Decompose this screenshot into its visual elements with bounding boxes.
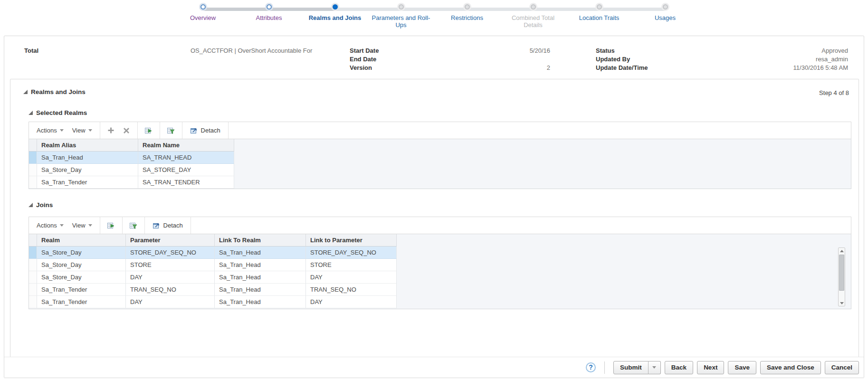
train-stop-icon: [267, 4, 272, 10]
cell-realm: Sa_Store_Day: [37, 271, 126, 284]
actions-menu-button[interactable]: Actions: [32, 217, 68, 234]
column-header-link-to-realm[interactable]: Link To Realm: [215, 234, 306, 247]
chevron-down-icon: [88, 129, 92, 132]
cancel-button[interactable]: Cancel: [825, 361, 859, 374]
toolbar-export-group: [100, 217, 123, 234]
cell-realm-alias: Sa_Tran_Tender: [37, 176, 138, 189]
train-step-restrictions[interactable]: Restrictions: [434, 3, 500, 28]
add-button[interactable]: [104, 122, 119, 139]
end-date-label: End Date: [350, 56, 376, 64]
export-to-excel-button[interactable]: [141, 122, 156, 139]
toolbar-menus: Actions View: [29, 122, 100, 139]
wizard-train: Overview Attributes Realms and Joins Par…: [170, 3, 698, 34]
scroll-down-arrow-icon[interactable]: [839, 300, 845, 306]
back-button[interactable]: Back: [665, 361, 693, 374]
section-header-selected-realms[interactable]: Selected Realms: [29, 109, 87, 116]
column-header-realm-alias[interactable]: Realm Alias: [37, 139, 138, 152]
section-header-realms-and-joins[interactable]: Realms and Joins: [23, 88, 86, 95]
scroll-up-arrow-icon[interactable]: [839, 248, 845, 254]
selected-realms-title: Selected Realms: [36, 109, 87, 116]
train-step-label: Parameters and Roll-Ups: [371, 14, 431, 28]
cell-realm: Sa_Store_Day: [37, 259, 126, 271]
joins-toolbar: Actions View: [29, 217, 851, 234]
toolbar-export-group: [138, 122, 160, 139]
toolbar-edit-group: [100, 122, 138, 139]
view-menu-button[interactable]: View: [68, 122, 96, 139]
column-header-link-to-parameter[interactable]: Link to Parameter: [306, 234, 397, 247]
actions-menu-label: Actions: [37, 127, 57, 134]
cell-link-to-parameter: DAY: [306, 271, 397, 284]
train-stop-icon: [200, 4, 206, 10]
train-step-location-traits[interactable]: Location Traits: [566, 3, 632, 28]
toolbar-spacer: [229, 122, 851, 139]
export-to-excel-icon: [144, 127, 153, 134]
actions-menu-button[interactable]: Actions: [32, 122, 68, 139]
train-step-combined-total-details: Combined Total Details: [500, 3, 566, 28]
view-menu-label: View: [72, 127, 86, 134]
query-by-example-icon: [129, 222, 137, 229]
submit-dropdown-button[interactable]: [648, 361, 661, 374]
section-header-joins[interactable]: Joins: [29, 201, 53, 209]
row-header-gutter: [29, 247, 37, 259]
plus-icon: [107, 127, 114, 134]
save-button[interactable]: Save: [728, 361, 756, 374]
row-header-gutter: [29, 176, 37, 189]
column-header-realm-name[interactable]: Realm Name: [138, 139, 234, 152]
detach-icon: [190, 127, 198, 134]
column-header-realm[interactable]: Realm: [37, 234, 126, 247]
chevron-down-icon: [652, 366, 656, 369]
cell-link-to-realm: Sa_Tran_Head: [215, 247, 306, 259]
table-row[interactable]: Sa_Tran_Tender TRAN_SEQ_NO Sa_Tran_Head …: [29, 284, 397, 296]
table-header-row: Realm Parameter Link To Realm Link to Pa…: [29, 234, 397, 247]
table-row[interactable]: Sa_Tran_Tender SA_TRAN_TENDER: [29, 176, 234, 189]
cell-realm: Sa_Tran_Tender: [37, 284, 126, 296]
version-label: Version: [350, 64, 372, 73]
status-value: Approved: [821, 47, 848, 56]
query-by-example-button[interactable]: [126, 217, 141, 234]
delete-button[interactable]: [119, 122, 134, 139]
cell-link-to-parameter: STORE_DAY_SEQ_NO: [306, 247, 397, 259]
view-menu-label: View: [72, 222, 86, 229]
column-header-parameter[interactable]: Parameter: [126, 234, 215, 247]
disclosure-triangle-icon[interactable]: [23, 90, 28, 94]
selected-realms-toolbar: Actions View: [29, 122, 851, 139]
train-step-attributes[interactable]: Attributes: [236, 3, 302, 28]
train-stop-icon: [531, 4, 536, 10]
table-row[interactable]: Sa_Store_Day SA_STORE_DAY: [29, 164, 234, 176]
content-panel: Total OS_ACCTFOR | OverShort Accountable…: [4, 36, 864, 378]
table-row[interactable]: Sa_Tran_Tender DAY Sa_Tran_Head DAY: [29, 296, 397, 308]
header-fields-dates: Start Date5/20/16 End Date Version2: [350, 47, 550, 73]
disclosure-triangle-icon[interactable]: [29, 111, 33, 115]
cell-parameter: STORE_DAY_SEQ_NO: [126, 247, 215, 259]
view-menu-button[interactable]: View: [68, 217, 96, 234]
cell-link-to-parameter: STORE: [306, 259, 397, 271]
table-row[interactable]: Sa_Store_Day STORE_DAY_SEQ_NO Sa_Tran_He…: [29, 247, 397, 259]
detach-button[interactable]: Detach: [148, 222, 187, 229]
vertical-scrollbar[interactable]: [838, 247, 845, 306]
query-by-example-button[interactable]: [163, 122, 179, 139]
cell-parameter: STORE: [126, 259, 215, 271]
train-step-usages[interactable]: Usages: [632, 3, 698, 28]
train-step-overview[interactable]: Overview: [170, 3, 236, 28]
table-row[interactable]: Sa_Store_Day DAY Sa_Tran_Head DAY: [29, 271, 397, 284]
detach-icon: [153, 222, 160, 229]
disclosure-triangle-icon[interactable]: [29, 203, 33, 207]
help-button[interactable]: ?: [586, 362, 596, 372]
updated-by-value: resa_admin: [816, 56, 848, 64]
save-and-close-button[interactable]: Save and Close: [760, 361, 821, 374]
train-step-parameters-and-roll-ups[interactable]: Parameters and Roll-Ups: [368, 3, 434, 28]
cell-link-to-realm: Sa_Tran_Head: [215, 284, 306, 296]
header-fields-status: StatusApproved Updated Byresa_admin Upda…: [596, 47, 848, 73]
scrollbar-thumb[interactable]: [839, 255, 844, 291]
export-to-excel-button[interactable]: [104, 217, 119, 234]
submit-button[interactable]: Submit: [613, 361, 649, 374]
cell-link-to-realm: Sa_Tran_Head: [215, 271, 306, 284]
cell-realm-name: SA_STORE_DAY: [138, 164, 234, 176]
next-button[interactable]: Next: [697, 361, 724, 374]
detach-button[interactable]: Detach: [186, 127, 225, 134]
actions-menu-label: Actions: [37, 222, 57, 229]
table-row[interactable]: Sa_Store_Day STORE Sa_Tran_Head STORE: [29, 259, 397, 271]
train-step-realms-and-joins[interactable]: Realms and Joins: [302, 3, 368, 28]
table-row[interactable]: Sa_Tran_Head SA_TRAN_HEAD: [29, 152, 234, 164]
selected-realms-table: Realm Alias Realm Name Sa_Tran_Head SA_T…: [29, 139, 851, 189]
